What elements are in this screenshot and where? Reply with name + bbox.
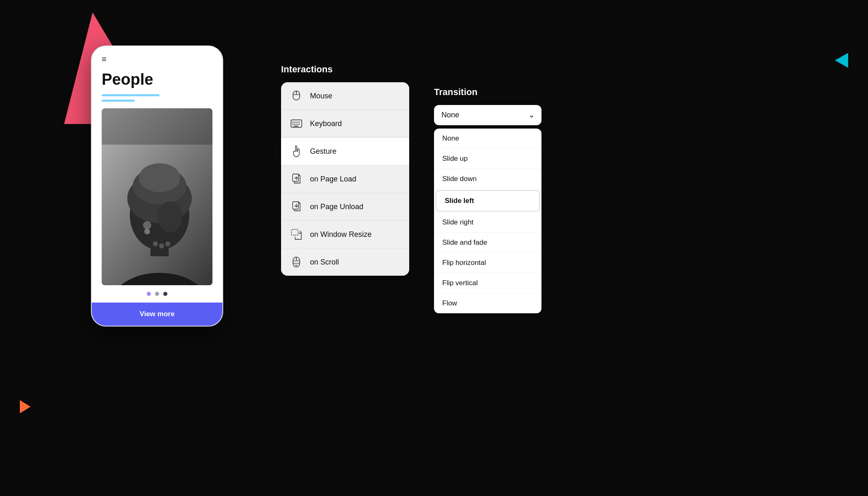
transition-title: Transition	[434, 87, 541, 98]
decorative-orange-triangle	[20, 400, 31, 413]
gesture-icon	[290, 145, 303, 157]
interactions-list: Mouse Keyboard	[281, 82, 409, 276]
svg-point-11	[159, 243, 164, 248]
svg-point-6	[139, 163, 180, 192]
svg-point-7	[157, 201, 182, 233]
interaction-page-load[interactable]: on Page Load	[281, 165, 409, 193]
page-load-label: on Page Load	[310, 175, 356, 184]
interactions-panel: Interactions Mouse	[281, 64, 409, 276]
window-resize-icon	[290, 228, 303, 241]
transition-option-slide-fade[interactable]: Slide and fade	[434, 233, 541, 253]
svg-rect-22	[294, 124, 296, 125]
phone-title: People	[102, 71, 212, 88]
svg-point-10	[153, 241, 158, 246]
transition-option-slide-down[interactable]: Slide down	[434, 169, 541, 189]
transition-dropdown[interactable]: None ⌄	[434, 105, 541, 125]
scroll-label: on Scroll	[310, 258, 339, 267]
page-unload-label: on Page Unload	[310, 203, 363, 211]
transition-option-none[interactable]: None	[434, 129, 541, 149]
svg-rect-17	[292, 122, 293, 123]
decorative-cyan-triangle	[835, 53, 848, 68]
phone-image	[102, 108, 212, 285]
page-load-icon	[290, 173, 303, 185]
svg-point-9	[144, 229, 150, 234]
svg-rect-21	[292, 124, 293, 125]
svg-rect-25	[293, 126, 298, 127]
svg-rect-34	[291, 229, 298, 235]
interaction-page-unload[interactable]: on Page Unload	[281, 193, 409, 221]
page-unload-icon	[290, 200, 303, 213]
transition-option-flip-v[interactable]: Flip vertical	[434, 273, 541, 293]
transition-option-flip-h[interactable]: Flip horizontal	[434, 253, 541, 273]
svg-rect-20	[298, 122, 300, 123]
scroll-icon	[290, 256, 303, 268]
interaction-gesture[interactable]: Gesture	[281, 138, 409, 165]
phone-decorative-line1	[102, 94, 160, 96]
keyboard-label: Keyboard	[310, 119, 342, 128]
keyboard-icon	[290, 117, 303, 130]
phone-mockup: ≡ People	[91, 45, 223, 327]
svg-rect-19	[296, 122, 298, 123]
chevron-down-icon: ⌄	[529, 111, 534, 119]
svg-point-8	[143, 221, 151, 229]
phone-decorative-line2	[102, 100, 135, 102]
dot-3	[163, 292, 167, 296]
transition-option-slide-left[interactable]: Slide left	[436, 190, 540, 212]
svg-rect-23	[296, 124, 298, 125]
portrait-silhouette	[102, 145, 212, 285]
transition-selected-label: None	[441, 111, 459, 119]
dot-1	[147, 292, 151, 296]
mouse-label: Mouse	[310, 92, 332, 100]
phone-menu-icon: ≡	[102, 55, 212, 64]
svg-rect-24	[298, 124, 300, 125]
interaction-window-resize[interactable]: on Window Resize	[281, 221, 409, 248]
interactions-title: Interactions	[281, 64, 409, 75]
svg-point-12	[165, 241, 170, 246]
transition-option-slide-up[interactable]: Slide up	[434, 149, 541, 169]
gesture-label: Gesture	[310, 147, 336, 156]
phone-dots	[102, 285, 212, 303]
transition-option-slide-right[interactable]: Slide right	[434, 212, 541, 233]
dot-2	[155, 292, 159, 296]
interaction-scroll[interactable]: on Scroll	[281, 248, 409, 276]
transition-options-list: None Slide up Slide down Slide left Slid…	[434, 129, 541, 313]
interaction-keyboard[interactable]: Keyboard	[281, 110, 409, 138]
view-more-button[interactable]: View more	[92, 303, 222, 326]
transition-panel: Transition None ⌄ None Slide up Slide do…	[434, 87, 541, 313]
mouse-icon	[290, 90, 303, 102]
svg-rect-18	[294, 122, 296, 123]
window-resize-label: on Window Resize	[310, 230, 372, 239]
interaction-mouse[interactable]: Mouse	[281, 82, 409, 110]
transition-option-flow[interactable]: Flow	[434, 293, 541, 313]
